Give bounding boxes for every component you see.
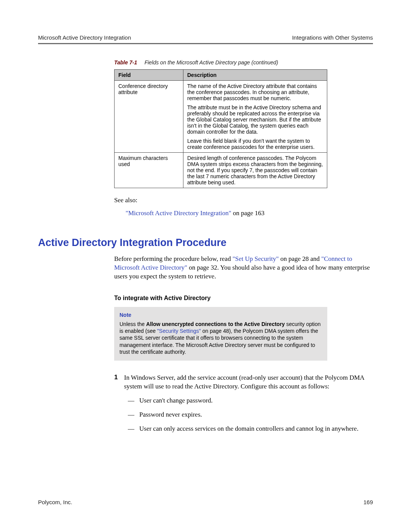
section-heading: Active Directory Integration Procedure	[38, 237, 373, 249]
see-also-label: See also:	[114, 197, 373, 204]
step-body: In Windows Server, add the service accou…	[124, 374, 373, 439]
text: Unless the	[119, 321, 146, 327]
header-right: Integrations with Other Systems	[292, 34, 373, 41]
dash-item: — Password never expires.	[124, 411, 373, 419]
xref-row: "Microsoft Active Directory Integration"…	[114, 209, 373, 217]
header-left: Microsoft Active Directory Integration	[38, 34, 131, 41]
fields-table: Field Description Conference directory a…	[114, 69, 327, 188]
header-rule	[38, 43, 373, 44]
note-box: Note Unless the Allow unencrypted connec…	[114, 307, 327, 361]
th-description: Description	[183, 70, 327, 81]
desc-para: The attribute must be in the Active Dire…	[187, 104, 323, 135]
note-bold: Allow unencrypted connections to the Act…	[146, 321, 285, 327]
table-row: Conference directory attribute The name …	[115, 81, 327, 153]
cell-description: Desired length of conference passcodes. …	[183, 153, 327, 188]
running-header: Microsoft Active Directory Integration I…	[38, 34, 373, 41]
step-number: 1	[114, 374, 124, 439]
section-body: Before performing the procedure below, r…	[114, 255, 373, 439]
xref-link[interactable]: "Microsoft Active Directory Integration"	[126, 209, 231, 217]
dash-icon: —	[124, 396, 139, 405]
cell-description: The name of the Active Directory attribu…	[183, 81, 327, 153]
table-caption-label: Table 7-1	[114, 59, 137, 66]
text: on page 28 and	[279, 255, 321, 262]
table-caption: Table 7-1 Fields on the Microsoft Active…	[114, 59, 373, 66]
document-page: Microsoft Active Directory Integration I…	[0, 0, 411, 532]
note-body: Unless the Allow unencrypted connections…	[119, 321, 322, 355]
step-para: In Windows Server, add the service accou…	[124, 374, 373, 391]
table-block: Table 7-1 Fields on the Microsoft Active…	[114, 59, 373, 217]
dash-text: User can't change password.	[139, 396, 213, 405]
text: Before performing the procedure below, r…	[114, 255, 233, 262]
table-row: Maximum characters used Desired length o…	[115, 153, 327, 188]
desc-para: The name of the Active Directory attribu…	[187, 83, 323, 101]
table-header-row: Field Description	[115, 70, 327, 81]
dash-icon: —	[124, 425, 139, 433]
procedure-heading: To integrate with Active Directory	[114, 295, 373, 302]
desc-para: Desired length of conference passcodes. …	[187, 155, 323, 185]
dash-icon: —	[124, 411, 139, 419]
cell-field: Maximum characters used	[115, 153, 183, 188]
page-number: 169	[363, 499, 373, 505]
dash-text: User can only access services on the dom…	[139, 425, 358, 433]
xref-link[interactable]: "Security Settings"	[157, 328, 201, 334]
th-field: Field	[115, 70, 183, 81]
xref-link[interactable]: "Set Up Security"	[233, 255, 279, 262]
dash-list: — User can't change password. — Password…	[124, 396, 373, 433]
xref-suffix: on page 163	[231, 209, 264, 217]
table-caption-text: Fields on the Microsoft Active Directory…	[145, 59, 278, 66]
cell-field: Conference directory attribute	[115, 81, 183, 153]
intro-paragraph: Before performing the procedure below, r…	[114, 255, 373, 281]
dash-item: — User can only access services on the d…	[124, 425, 373, 433]
footer-left: Polycom, Inc.	[38, 499, 72, 505]
dash-item: — User can't change password.	[124, 396, 373, 405]
desc-para: Leave this field blank if you don't want…	[187, 138, 323, 150]
note-title: Note	[119, 312, 322, 318]
running-footer: Polycom, Inc. 169	[38, 499, 373, 505]
dash-text: Password never expires.	[139, 411, 202, 419]
step-1: 1 In Windows Server, add the service acc…	[114, 374, 373, 439]
